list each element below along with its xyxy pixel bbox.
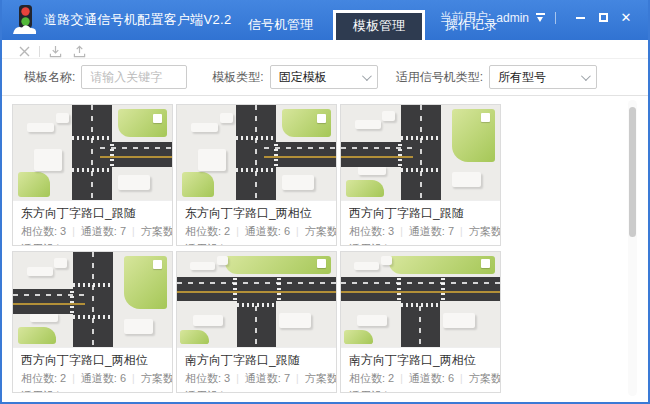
stat-channel: 通道数: 7 — [245, 371, 290, 386]
import-template-button[interactable] — [47, 44, 63, 58]
building — [357, 315, 387, 326]
building — [54, 258, 67, 268]
minimize-button[interactable] — [572, 11, 588, 25]
road-horizontal — [177, 277, 336, 302]
maximize-icon — [599, 13, 608, 22]
card-stats: 相位数: 2 | 通道数: 6 | 方案数: 1 — [349, 371, 492, 386]
stat-separator: | — [460, 373, 463, 384]
tab-template-management[interactable]: 模板管理 — [333, 10, 425, 40]
stat-scheme: 方案数: 1 — [305, 224, 337, 239]
building — [354, 262, 379, 270]
building — [198, 149, 227, 172]
crosswalk — [274, 143, 278, 166]
building — [217, 256, 228, 266]
card-title: 西方向丁字路口_跟随 — [349, 205, 492, 221]
crosswalk — [72, 136, 112, 140]
green-area — [180, 330, 209, 344]
title-bar: 道路交通信号机配置客户端V2.2 信号机管理模板管理操作记录 当前用户: adm… — [2, 0, 648, 40]
stat-scheme: 方案数: 1 — [141, 224, 173, 239]
stat-phase: 相位数: 3 — [185, 371, 230, 386]
clear-button[interactable] — [16, 44, 32, 58]
building — [358, 166, 385, 176]
chevron-down-icon — [581, 71, 591, 81]
card-info: 东方向丁字路口_两相位 相位数: 2 | 通道数: 6 | 方案数: 1 适用设… — [177, 201, 336, 246]
app-brand: 道路交通信号机配置客户端V2.2 — [12, 4, 232, 36]
crosswalk — [441, 278, 445, 301]
green-area — [18, 172, 50, 197]
stat-phase: 相位数: 3 — [21, 224, 66, 239]
crosswalk — [401, 303, 439, 307]
green-area — [344, 330, 373, 344]
stat-phase: 相位数: 2 — [185, 224, 230, 239]
map-marker — [481, 113, 490, 122]
crosswalk — [110, 143, 114, 166]
current-user-name: admin — [496, 11, 529, 25]
minimize-icon — [576, 17, 585, 19]
card-title: 东方向丁字路口_两相位 — [185, 205, 328, 221]
template-card[interactable]: 东方向丁字路口_跟随 相位数: 3 | 通道数: 7 | 方案数: 1 适用设备… — [12, 104, 173, 246]
stat-scheme: 方案数: 1 — [305, 371, 337, 386]
building — [124, 319, 153, 334]
stat-scheme: 方案数: 1 — [469, 224, 501, 239]
building — [190, 262, 215, 270]
stat-separator: | — [400, 373, 403, 384]
card-info: 南方向丁字路口_两相位 相位数: 2 | 通道数: 6 | 方案数: 1 适用设… — [341, 348, 500, 393]
scrollbar-thumb[interactable] — [629, 107, 636, 237]
stat-scheme: 方案数: 1 — [141, 371, 173, 386]
building — [30, 313, 57, 323]
user-area: 当前用户: admin ✕ — [440, 9, 634, 26]
card-device: 适用设备: DS-TSC300-22 — [21, 389, 164, 393]
current-user-label: 当前用户: — [440, 9, 491, 26]
card-stats: 相位数: 3 | 通道数: 7 | 方案数: 1 — [21, 224, 164, 239]
user-dropdown-icon[interactable] — [536, 13, 545, 22]
template-card[interactable]: 东方向丁字路口_两相位 相位数: 2 | 通道数: 6 | 方案数: 1 适用设… — [176, 104, 337, 246]
clear-icon — [19, 46, 30, 57]
stat-separator: | — [72, 373, 75, 384]
stat-separator: | — [296, 226, 299, 237]
template-card[interactable]: 南方向丁字路口_两相位 相位数: 2 | 通道数: 6 | 方案数: 1 适用设… — [340, 251, 501, 393]
building — [27, 123, 54, 132]
building — [282, 175, 314, 189]
close-button[interactable]: ✕ — [618, 11, 634, 25]
export-template-button[interactable] — [71, 44, 87, 58]
card-info: 西方向丁字路口_两相位 相位数: 2 | 通道数: 6 | 方案数: 1 适用设… — [13, 348, 172, 393]
stat-channel: 通道数: 7 — [81, 224, 126, 239]
header-divider — [555, 12, 556, 24]
traffic-light-icon — [12, 4, 38, 36]
intersection-preview — [13, 105, 172, 201]
building — [34, 149, 63, 172]
template-card[interactable]: 西方向丁字路口_两相位 相位数: 2 | 通道数: 6 | 方案数: 1 适用设… — [12, 251, 173, 393]
crosswalk — [233, 278, 237, 301]
card-info: 南方向丁字路口_跟随 相位数: 3 | 通道数: 7 | 方案数: 1 适用设备… — [177, 348, 336, 393]
tab-signal-management[interactable]: 信号机管理 — [228, 10, 333, 40]
template-card[interactable]: 南方向丁字路口_跟随 相位数: 3 | 通道数: 7 | 方案数: 1 适用设备… — [176, 251, 337, 393]
stat-channel: 通道数: 6 — [245, 224, 290, 239]
card-device: 适用设备: XHJ-CW-GA-HK3 — [21, 242, 164, 246]
stat-scheme: 方案数: 1 — [469, 371, 501, 386]
building — [381, 256, 392, 266]
card-device: 适用设备: DS-TSC300-22 — [185, 242, 328, 246]
stat-separator: | — [132, 226, 135, 237]
crosswalk — [397, 278, 401, 301]
stat-separator: | — [296, 373, 299, 384]
building — [118, 175, 150, 189]
maximize-button[interactable] — [595, 11, 611, 25]
stat-separator: | — [72, 226, 75, 237]
stat-separator: | — [132, 373, 135, 384]
map-marker — [481, 259, 490, 268]
building — [443, 313, 475, 328]
template-toolbar — [2, 40, 648, 58]
card-info: 东方向丁字路口_跟随 相位数: 3 | 通道数: 7 | 方案数: 1 适用设备… — [13, 201, 172, 246]
template-name-input[interactable] — [81, 65, 187, 89]
crosswalk — [401, 168, 441, 172]
intersection-preview — [341, 252, 500, 348]
card-title: 南方向丁字路口_两相位 — [349, 352, 492, 368]
crosswalk — [236, 168, 276, 172]
stat-channel: 通道数: 7 — [409, 224, 454, 239]
template-type-select[interactable]: 固定模板 — [270, 65, 378, 89]
building — [193, 315, 223, 326]
crosswalk — [73, 315, 113, 319]
signal-type-select[interactable]: 所有型号 — [489, 65, 597, 89]
crosswalk — [237, 303, 275, 307]
template-card[interactable]: 西方向丁字路口_跟随 相位数: 3 | 通道数: 7 | 方案数: 1 适用设备… — [340, 104, 501, 246]
